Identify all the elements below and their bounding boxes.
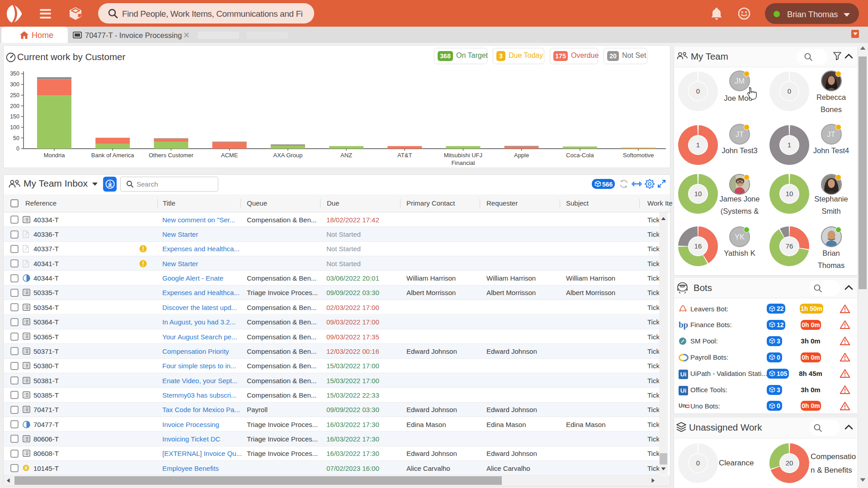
svg-text:Bank of America: Bank of America [91, 152, 134, 159]
svg-text:1: 1 [696, 141, 700, 149]
svg-text:AT&T: AT&T [397, 152, 412, 159]
svg-text:76: 76 [785, 242, 793, 250]
svg-text:AXA Group: AXA Group [273, 152, 302, 159]
svg-text:Others Customer: Others Customer [149, 152, 194, 159]
svg-text:150: 150 [10, 113, 19, 120]
svg-text:350: 350 [10, 70, 19, 77]
svg-text:0: 0 [696, 87, 700, 95]
svg-text:ACME: ACME [221, 152, 238, 159]
svg-text:200: 200 [10, 103, 19, 109]
svg-text:250: 250 [10, 92, 19, 99]
svg-text:50: 50 [13, 135, 19, 141]
svg-text:10: 10 [694, 190, 702, 197]
svg-text:0: 0 [696, 459, 700, 467]
svg-text:0: 0 [787, 87, 791, 95]
svg-text:Coca-Cola: Coca-Cola [566, 152, 594, 159]
svg-text:Financial: Financial [451, 160, 475, 166]
svg-text:20: 20 [785, 459, 793, 467]
svg-text:300: 300 [10, 81, 19, 88]
svg-text:ANZ: ANZ [340, 152, 352, 159]
svg-text:Mitsubishi UFJ: Mitsubishi UFJ [444, 152, 482, 159]
svg-text:100: 100 [10, 124, 19, 131]
svg-text:Mondria: Mondria [44, 152, 66, 159]
svg-text:Un: Un [679, 403, 686, 409]
svg-text:Softomotive: Softomotive [623, 152, 654, 159]
svg-text:1: 1 [787, 141, 791, 149]
svg-text:10: 10 [785, 190, 793, 197]
svg-text:0: 0 [16, 145, 19, 152]
svg-text:16: 16 [694, 242, 702, 250]
svg-text:Apple: Apple [514, 152, 529, 159]
